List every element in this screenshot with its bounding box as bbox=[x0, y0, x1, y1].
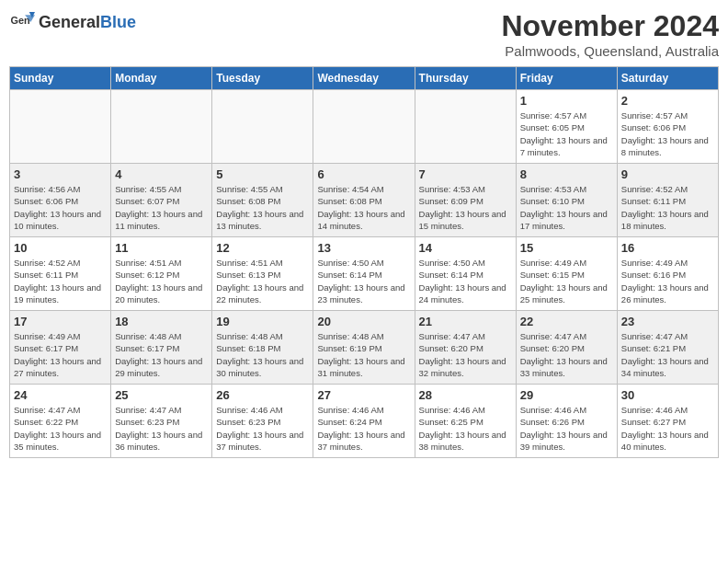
logo: Gen GeneralBlue bbox=[9, 9, 136, 35]
calendar-cell: 12Sunrise: 4:51 AM Sunset: 6:13 PM Dayli… bbox=[212, 237, 313, 311]
day-number: 12 bbox=[216, 241, 309, 255]
day-info: Sunrise: 4:46 AM Sunset: 6:24 PM Dayligh… bbox=[317, 404, 410, 453]
calendar-cell: 15Sunrise: 4:49 AM Sunset: 6:15 PM Dayli… bbox=[516, 237, 617, 311]
day-info: Sunrise: 4:47 AM Sunset: 6:22 PM Dayligh… bbox=[14, 404, 107, 453]
day-number: 26 bbox=[216, 388, 309, 402]
month-title: November 2024 bbox=[501, 9, 719, 43]
day-number: 10 bbox=[14, 241, 107, 255]
calendar-cell: 29Sunrise: 4:46 AM Sunset: 6:26 PM Dayli… bbox=[516, 385, 617, 458]
day-number: 24 bbox=[14, 388, 107, 402]
calendar-cell: 28Sunrise: 4:46 AM Sunset: 6:25 PM Dayli… bbox=[415, 385, 516, 458]
calendar-cell: 27Sunrise: 4:46 AM Sunset: 6:24 PM Dayli… bbox=[313, 385, 415, 458]
day-info: Sunrise: 4:46 AM Sunset: 6:23 PM Dayligh… bbox=[216, 404, 309, 453]
day-info: Sunrise: 4:46 AM Sunset: 6:27 PM Dayligh… bbox=[621, 404, 714, 453]
calendar-cell bbox=[212, 90, 313, 164]
calendar-week-row: 10Sunrise: 4:52 AM Sunset: 6:11 PM Dayli… bbox=[10, 237, 719, 311]
calendar-cell: 6Sunrise: 4:54 AM Sunset: 6:08 PM Daylig… bbox=[313, 164, 415, 237]
weekday-header-sunday: Sunday bbox=[10, 67, 111, 90]
day-info: Sunrise: 4:51 AM Sunset: 6:13 PM Dayligh… bbox=[216, 257, 309, 305]
day-number: 17 bbox=[14, 315, 107, 328]
day-info: Sunrise: 4:56 AM Sunset: 6:06 PM Dayligh… bbox=[14, 183, 107, 232]
day-info: Sunrise: 4:47 AM Sunset: 6:23 PM Dayligh… bbox=[115, 404, 208, 453]
day-number: 27 bbox=[317, 388, 410, 402]
calendar-cell: 10Sunrise: 4:52 AM Sunset: 6:11 PM Dayli… bbox=[10, 237, 111, 311]
calendar-cell: 7Sunrise: 4:53 AM Sunset: 6:09 PM Daylig… bbox=[415, 164, 516, 237]
calendar-cell: 14Sunrise: 4:50 AM Sunset: 6:14 PM Dayli… bbox=[415, 237, 516, 311]
day-info: Sunrise: 4:57 AM Sunset: 6:06 PM Dayligh… bbox=[621, 109, 714, 158]
day-info: Sunrise: 4:47 AM Sunset: 6:20 PM Dayligh… bbox=[520, 330, 613, 379]
weekday-header-thursday: Thursday bbox=[415, 67, 516, 90]
weekday-header-friday: Friday bbox=[516, 67, 617, 90]
day-info: Sunrise: 4:52 AM Sunset: 6:11 PM Dayligh… bbox=[621, 183, 714, 232]
day-number: 8 bbox=[520, 167, 613, 181]
calendar-header: SundayMondayTuesdayWednesdayThursdayFrid… bbox=[10, 67, 719, 90]
calendar-cell: 1Sunrise: 4:57 AM Sunset: 6:05 PM Daylig… bbox=[516, 90, 617, 164]
calendar-body: 1Sunrise: 4:57 AM Sunset: 6:05 PM Daylig… bbox=[10, 90, 719, 458]
weekday-header-saturday: Saturday bbox=[617, 67, 718, 90]
day-info: Sunrise: 4:47 AM Sunset: 6:21 PM Dayligh… bbox=[621, 330, 714, 379]
calendar-cell: 8Sunrise: 4:53 AM Sunset: 6:10 PM Daylig… bbox=[516, 164, 617, 237]
day-number: 5 bbox=[216, 167, 309, 181]
day-number: 23 bbox=[621, 315, 714, 328]
day-number: 4 bbox=[115, 167, 208, 181]
calendar-cell bbox=[10, 90, 111, 164]
day-info: Sunrise: 4:49 AM Sunset: 6:16 PM Dayligh… bbox=[621, 257, 714, 305]
day-info: Sunrise: 4:53 AM Sunset: 6:09 PM Dayligh… bbox=[419, 183, 512, 232]
day-info: Sunrise: 4:47 AM Sunset: 6:20 PM Dayligh… bbox=[419, 330, 512, 379]
calendar-cell bbox=[111, 90, 212, 164]
day-info: Sunrise: 4:48 AM Sunset: 6:19 PM Dayligh… bbox=[317, 330, 410, 379]
calendar-cell: 18Sunrise: 4:48 AM Sunset: 6:17 PM Dayli… bbox=[111, 311, 212, 385]
calendar-cell: 5Sunrise: 4:55 AM Sunset: 6:08 PM Daylig… bbox=[212, 164, 313, 237]
day-info: Sunrise: 4:49 AM Sunset: 6:15 PM Dayligh… bbox=[520, 257, 613, 305]
day-info: Sunrise: 4:48 AM Sunset: 6:18 PM Dayligh… bbox=[216, 330, 309, 379]
weekday-header-row: SundayMondayTuesdayWednesdayThursdayFrid… bbox=[10, 67, 719, 90]
calendar-week-row: 1Sunrise: 4:57 AM Sunset: 6:05 PM Daylig… bbox=[10, 90, 719, 164]
day-number: 14 bbox=[419, 241, 512, 255]
calendar-cell: 17Sunrise: 4:49 AM Sunset: 6:17 PM Dayli… bbox=[10, 311, 111, 385]
day-number: 15 bbox=[520, 241, 613, 255]
day-info: Sunrise: 4:46 AM Sunset: 6:26 PM Dayligh… bbox=[520, 404, 613, 453]
day-info: Sunrise: 4:55 AM Sunset: 6:08 PM Dayligh… bbox=[216, 183, 309, 232]
calendar-cell: 26Sunrise: 4:46 AM Sunset: 6:23 PM Dayli… bbox=[212, 385, 313, 458]
day-info: Sunrise: 4:50 AM Sunset: 6:14 PM Dayligh… bbox=[419, 257, 512, 305]
title-block: November 2024 Palmwoods, Queensland, Aus… bbox=[501, 9, 719, 59]
day-number: 6 bbox=[317, 167, 410, 181]
day-info: Sunrise: 4:46 AM Sunset: 6:25 PM Dayligh… bbox=[419, 404, 512, 453]
calendar-cell: 9Sunrise: 4:52 AM Sunset: 6:11 PM Daylig… bbox=[617, 164, 718, 237]
calendar-cell: 20Sunrise: 4:48 AM Sunset: 6:19 PM Dayli… bbox=[313, 311, 415, 385]
day-number: 25 bbox=[115, 388, 208, 402]
calendar-cell: 21Sunrise: 4:47 AM Sunset: 6:20 PM Dayli… bbox=[415, 311, 516, 385]
day-number: 11 bbox=[115, 241, 208, 255]
calendar-cell: 24Sunrise: 4:47 AM Sunset: 6:22 PM Dayli… bbox=[10, 385, 111, 458]
day-info: Sunrise: 4:50 AM Sunset: 6:14 PM Dayligh… bbox=[317, 257, 410, 305]
day-number: 28 bbox=[419, 388, 512, 402]
day-number: 2 bbox=[621, 94, 714, 108]
calendar-cell: 11Sunrise: 4:51 AM Sunset: 6:12 PM Dayli… bbox=[111, 237, 212, 311]
day-number: 20 bbox=[317, 315, 410, 328]
day-number: 7 bbox=[419, 167, 512, 181]
calendar-cell: 3Sunrise: 4:56 AM Sunset: 6:06 PM Daylig… bbox=[10, 164, 111, 237]
calendar-cell: 25Sunrise: 4:47 AM Sunset: 6:23 PM Dayli… bbox=[111, 385, 212, 458]
calendar-table: SundayMondayTuesdayWednesdayThursdayFrid… bbox=[9, 66, 719, 458]
logo-icon: Gen bbox=[9, 9, 35, 35]
day-info: Sunrise: 4:53 AM Sunset: 6:10 PM Dayligh… bbox=[520, 183, 613, 232]
calendar-week-row: 24Sunrise: 4:47 AM Sunset: 6:22 PM Dayli… bbox=[10, 385, 719, 458]
day-info: Sunrise: 4:51 AM Sunset: 6:12 PM Dayligh… bbox=[115, 257, 208, 305]
day-info: Sunrise: 4:48 AM Sunset: 6:17 PM Dayligh… bbox=[115, 330, 208, 379]
day-number: 21 bbox=[419, 315, 512, 328]
day-number: 1 bbox=[520, 94, 613, 108]
calendar-cell: 19Sunrise: 4:48 AM Sunset: 6:18 PM Dayli… bbox=[212, 311, 313, 385]
calendar-cell bbox=[313, 90, 415, 164]
calendar-cell: 2Sunrise: 4:57 AM Sunset: 6:06 PM Daylig… bbox=[617, 90, 718, 164]
day-info: Sunrise: 4:55 AM Sunset: 6:07 PM Dayligh… bbox=[115, 183, 208, 232]
logo-general-text: General bbox=[39, 13, 100, 31]
location-title: Palmwoods, Queensland, Australia bbox=[501, 43, 719, 59]
day-number: 18 bbox=[115, 315, 208, 328]
day-number: 30 bbox=[621, 388, 714, 402]
day-info: Sunrise: 4:49 AM Sunset: 6:17 PM Dayligh… bbox=[14, 330, 107, 379]
day-number: 13 bbox=[317, 241, 410, 255]
calendar-cell: 23Sunrise: 4:47 AM Sunset: 6:21 PM Dayli… bbox=[617, 311, 718, 385]
day-info: Sunrise: 4:54 AM Sunset: 6:08 PM Dayligh… bbox=[317, 183, 410, 232]
day-number: 19 bbox=[216, 315, 309, 328]
day-info: Sunrise: 4:57 AM Sunset: 6:05 PM Dayligh… bbox=[520, 109, 613, 158]
